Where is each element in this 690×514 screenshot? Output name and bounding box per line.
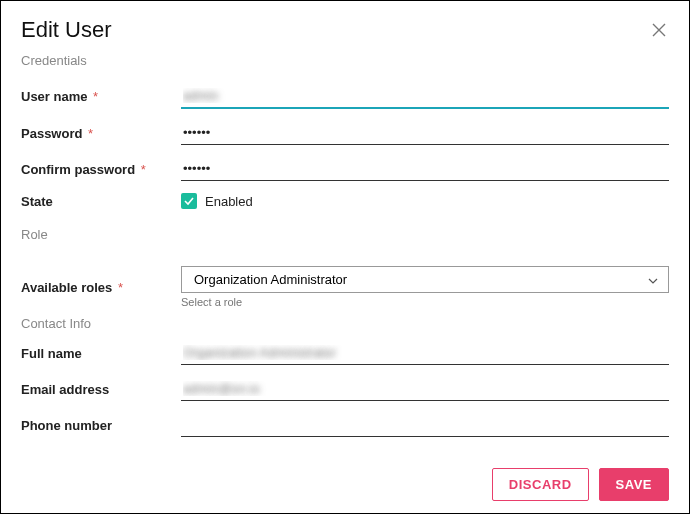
save-button[interactable]: SAVE xyxy=(599,468,669,501)
phone-input[interactable] xyxy=(181,413,669,437)
label-available-roles: Available roles * xyxy=(21,280,181,295)
label-email: Email address xyxy=(21,382,181,397)
row-username: User name * xyxy=(21,84,669,109)
dialog-title: Edit User xyxy=(21,17,111,43)
label-fullname: Full name xyxy=(21,346,181,361)
label-phone: Phone number xyxy=(21,418,181,433)
section-contact: Contact Info xyxy=(21,316,669,331)
required-marker: * xyxy=(93,89,98,104)
password-input[interactable] xyxy=(181,121,669,145)
required-marker: * xyxy=(141,162,146,177)
dialog-footer: DISCARD SAVE xyxy=(21,452,669,501)
close-icon[interactable] xyxy=(649,20,669,40)
label-username: User name * xyxy=(21,89,181,104)
label-state: State xyxy=(21,194,181,209)
required-marker: * xyxy=(118,280,123,295)
row-password: Password * xyxy=(21,121,669,145)
row-confirm-password: Confirm password * xyxy=(21,157,669,181)
row-email: Email address xyxy=(21,377,669,401)
selected-role: Organization Administrator xyxy=(194,272,347,287)
label-confirm-password: Confirm password * xyxy=(21,162,181,177)
enabled-checkbox[interactable] xyxy=(181,193,197,209)
email-input[interactable] xyxy=(181,377,669,401)
required-marker: * xyxy=(88,126,93,141)
confirm-password-input[interactable] xyxy=(181,157,669,181)
fullname-input[interactable] xyxy=(181,341,669,365)
section-role: Role xyxy=(21,227,669,242)
chevron-down-icon xyxy=(648,273,658,287)
row-fullname: Full name xyxy=(21,341,669,365)
username-input[interactable] xyxy=(181,84,669,109)
label-password: Password * xyxy=(21,126,181,141)
row-phone: Phone number xyxy=(21,413,669,437)
available-roles-select[interactable]: Organization Administrator xyxy=(181,266,669,293)
dialog-header: Edit User xyxy=(21,17,669,43)
section-credentials: Credentials xyxy=(21,53,669,68)
row-available-roles: Available roles * Organization Administr… xyxy=(21,266,669,308)
roles-helper-text: Select a role xyxy=(181,296,669,308)
discard-button[interactable]: DISCARD xyxy=(492,468,589,501)
row-state: State Enabled xyxy=(21,193,669,209)
edit-user-dialog: Edit User Credentials User name * Passwo… xyxy=(1,1,689,513)
enabled-checkbox-label: Enabled xyxy=(205,194,253,209)
